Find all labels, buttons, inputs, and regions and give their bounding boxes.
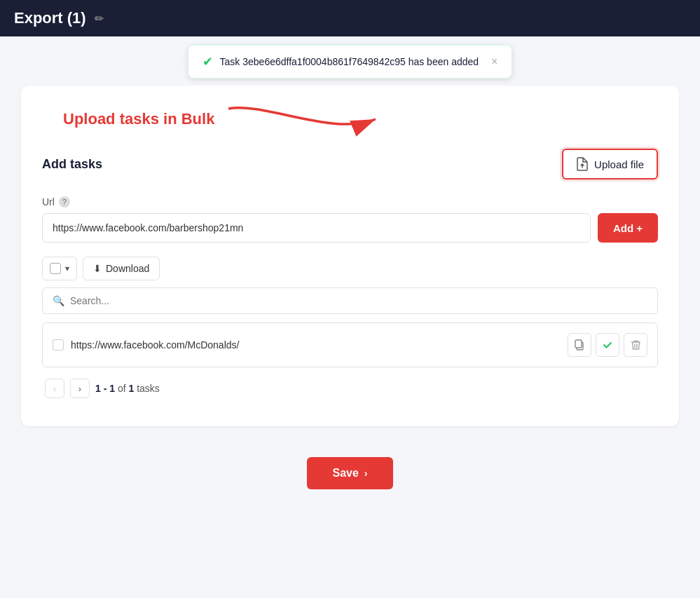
page-title: Export (1) <box>14 9 86 27</box>
copy-task-button[interactable] <box>568 333 591 357</box>
check-icon <box>602 339 613 351</box>
save-bar: Save › <box>0 440 700 503</box>
notification-close-icon[interactable]: × <box>491 55 497 68</box>
header: Export (1) ✏ <box>0 0 700 36</box>
select-all-checkbox[interactable] <box>50 263 61 274</box>
verify-task-button[interactable] <box>596 333 619 357</box>
download-icon: ⬇ <box>93 263 102 274</box>
task-actions <box>568 333 647 357</box>
add-button[interactable]: Add + <box>598 213 658 243</box>
upload-file-button[interactable]: Upload file <box>562 149 658 179</box>
card-header: Add tasks Upload file <box>42 149 658 179</box>
search-input[interactable] <box>70 295 647 306</box>
help-icon: ? <box>59 196 70 208</box>
download-button[interactable]: ⬇ Download <box>83 257 160 280</box>
save-chevron-icon: › <box>364 468 368 479</box>
copy-icon <box>574 339 585 351</box>
task-checkbox[interactable] <box>53 339 64 351</box>
file-upload-icon <box>576 157 589 171</box>
table-row: https://www.facebook.com/McDonalds/ <box>42 322 658 367</box>
svg-rect-2 <box>575 340 582 348</box>
notification-banner: ✔ Task 3ebe6e6dffa1f0004b861f7649842c95 … <box>188 45 513 79</box>
check-circle-icon: ✔ <box>203 54 213 69</box>
notification-message: Task 3ebe6e6dffa1f0004b861f7649842c95 ha… <box>220 56 479 67</box>
chevron-down-icon: ▾ <box>65 264 69 273</box>
upload-file-label: Upload file <box>594 158 644 170</box>
save-button[interactable]: Save › <box>307 457 392 489</box>
main-card: Upload tasks in Bulk Add tasks <box>21 86 679 426</box>
save-label: Save <box>332 467 358 480</box>
toolbar-row: ▾ ⬇ Download <box>42 257 658 280</box>
edit-icon[interactable]: ✏ <box>95 12 104 25</box>
select-all-checkbox-dropdown[interactable]: ▾ <box>42 257 77 280</box>
task-list: https://www.facebook.com/McDonalds/ <box>42 322 658 367</box>
next-page-button[interactable]: › <box>70 379 90 398</box>
trash-icon <box>631 339 641 351</box>
download-label: Download <box>106 263 149 274</box>
bulk-annotation-text: Upload tasks in Bulk <box>63 110 214 128</box>
search-icon: 🔍 <box>53 295 64 306</box>
pagination-info: 1 - 1 of 1 tasks <box>95 383 160 394</box>
task-url: https://www.facebook.com/McDonalds/ <box>71 339 561 351</box>
url-input-row: Add + <box>42 213 658 243</box>
bulk-arrow-icon <box>221 98 383 140</box>
url-field-label: Url ? <box>42 196 658 208</box>
search-row: 🔍 <box>42 287 658 314</box>
pagination-row: ‹ › 1 - 1 of 1 tasks <box>42 379 658 398</box>
url-input[interactable] <box>42 213 591 243</box>
page-total: 1 <box>128 383 134 394</box>
page-range: 1 - 1 <box>95 383 115 394</box>
delete-task-button[interactable] <box>624 333 647 357</box>
prev-page-button[interactable]: ‹ <box>45 379 64 398</box>
card-section-title: Add tasks <box>42 157 102 172</box>
